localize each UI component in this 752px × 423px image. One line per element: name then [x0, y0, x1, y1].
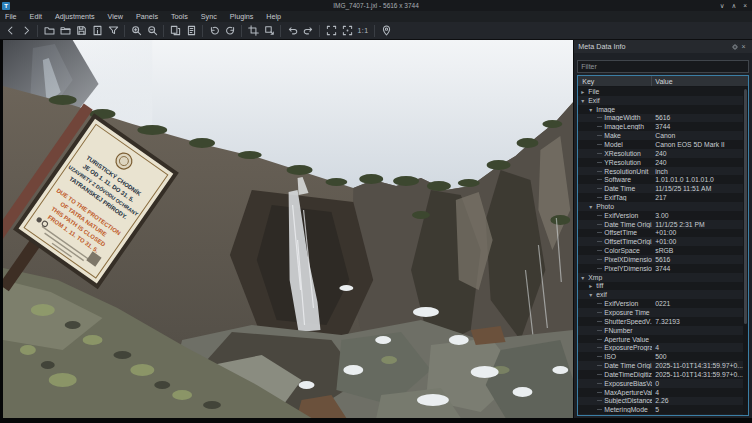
rotate-left-button[interactable]: [207, 24, 221, 38]
chevron-down-icon[interactable]: ▾: [589, 106, 596, 113]
menu-item-help[interactable]: Help: [266, 12, 281, 21]
resize-button[interactable]: [262, 24, 276, 38]
chevron-down-icon[interactable]: ▾: [581, 97, 588, 104]
table-row[interactable]: ImageWidth5616: [578, 114, 743, 123]
branch-line: [597, 232, 602, 233]
table-row[interactable]: Date Time Origi...11/1/25 2:31 PM: [578, 220, 743, 229]
branch-line: [597, 356, 602, 357]
menu-item-tools[interactable]: Tools: [171, 12, 188, 21]
menu-item-adjustments[interactable]: Adjustments: [55, 12, 95, 21]
meta-key: YResolution: [604, 159, 641, 166]
copy-button[interactable]: [168, 24, 182, 38]
table-row[interactable]: ▸tiff: [578, 282, 743, 291]
table-row[interactable]: ExposureProgram4: [578, 343, 743, 352]
meta-value: 2.26: [652, 397, 743, 404]
branch-line: [597, 241, 602, 242]
table-row[interactable]: ImageLength3744: [578, 122, 743, 131]
chevron-down-icon[interactable]: ▾: [589, 203, 596, 210]
next-image-button[interactable]: [19, 24, 33, 38]
panel-title-bar[interactable]: Meta Data Info ×: [574, 40, 752, 53]
table-row[interactable]: ExifVersion3.00: [578, 211, 743, 220]
table-row[interactable]: Date Time Origi...2025-11-01T14:31:59.97…: [578, 361, 743, 370]
table-row[interactable]: PixelYDimension3744: [578, 264, 743, 273]
value-column-header[interactable]: Value: [652, 76, 748, 86]
rotate-right-button[interactable]: [223, 24, 237, 38]
menu-item-plugins[interactable]: Plugins: [230, 12, 254, 21]
table-row[interactable]: XResolution240: [578, 149, 743, 158]
menu-item-view[interactable]: View: [108, 12, 123, 21]
crop-button[interactable]: [246, 24, 260, 38]
table-row[interactable]: ShutterSpeedV...7.32193: [578, 317, 743, 326]
table-row[interactable]: SubjectDistance2.26: [578, 397, 743, 406]
maximize-button[interactable]: ∧: [731, 0, 736, 11]
table-row[interactable]: YResolution240: [578, 158, 743, 167]
chevron-right-icon[interactable]: ▸: [581, 88, 588, 95]
open-folder-button[interactable]: [58, 24, 72, 38]
table-row[interactable]: FlashNo Flash: [578, 414, 743, 415]
filter-button[interactable]: [106, 24, 120, 38]
image-canvas[interactable]: TURISTICKÝ CHODNÍK JE OD 1. 11. DO 31. 5…: [0, 40, 573, 418]
duplicate-file-icon: [186, 25, 197, 36]
table-row[interactable]: ExifVersion0221: [578, 299, 743, 308]
table-row[interactable]: MeteringMode5: [578, 405, 743, 414]
table-row[interactable]: ▸File: [578, 87, 743, 96]
save-button[interactable]: [74, 24, 88, 38]
scrollbar-thumb[interactable]: [744, 89, 747, 324]
branch-line: [597, 303, 602, 304]
table-row[interactable]: OffsetTime+01:00: [578, 229, 743, 238]
open-file-button[interactable]: [42, 24, 56, 38]
redo-button[interactable]: [301, 24, 315, 38]
fullscreen-button[interactable]: [324, 24, 338, 38]
table-row[interactable]: PixelXDimension5616: [578, 255, 743, 264]
fit-to-window-button[interactable]: [340, 24, 354, 38]
table-row[interactable]: Date Time11/15/25 11:51 AM: [578, 184, 743, 193]
table-row[interactable]: MaxApertureVal...4: [578, 388, 743, 397]
zoom-out-icon: [147, 25, 158, 36]
meta-key: ColorSpace: [604, 247, 640, 254]
chevron-right-icon[interactable]: ▸: [589, 282, 596, 289]
panel-close-button[interactable]: ×: [739, 42, 748, 51]
meta-value: 5616: [652, 256, 743, 263]
table-row[interactable]: DateTimeDigitiz...2025-11-01T14:31:59.97…: [578, 370, 743, 379]
table-row[interactable]: ▾exif: [578, 290, 743, 299]
table-row[interactable]: Aperture Value: [578, 335, 743, 344]
duplicate-button[interactable]: [184, 24, 198, 38]
meta-key: Exif: [588, 97, 599, 104]
table-row[interactable]: Software1.01.01.0 1.01.01.0: [578, 175, 743, 184]
table-row[interactable]: ▾Xmp: [578, 273, 743, 282]
actual-size-button[interactable]: 1:1: [356, 24, 370, 38]
table-row[interactable]: ModelCanon EOS 5D Mark II: [578, 140, 743, 149]
scrollbar[interactable]: [743, 88, 748, 415]
close-button[interactable]: ×: [743, 0, 747, 11]
file-info-button[interactable]: [90, 24, 104, 38]
menu-item-file[interactable]: File: [5, 12, 17, 21]
meta-key: exif: [596, 291, 607, 298]
copy-icon: [170, 25, 181, 36]
table-row[interactable]: OffsetTimeOrigi...+01:00: [578, 237, 743, 246]
table-row[interactable]: ISO500: [578, 352, 743, 361]
panel-settings-button[interactable]: [730, 42, 739, 51]
geolocation-button[interactable]: [379, 24, 393, 38]
chevron-down-icon[interactable]: ▾: [581, 274, 588, 281]
table-row[interactable]: ResolutionUnitinch: [578, 167, 743, 176]
menu-item-edit[interactable]: Edit: [30, 12, 42, 21]
table-row[interactable]: ColorSpacesRGB: [578, 246, 743, 255]
zoom-out-button[interactable]: [145, 24, 159, 38]
table-row[interactable]: Exposure Time: [578, 308, 743, 317]
table-row[interactable]: ▾Exif: [578, 96, 743, 105]
filter-input[interactable]: [577, 60, 749, 73]
table-row[interactable]: MakeCanon: [578, 131, 743, 140]
table-row[interactable]: ExifTag217: [578, 193, 743, 202]
minimize-button[interactable]: ∨: [720, 0, 725, 11]
table-row[interactable]: ▾Photo: [578, 202, 743, 211]
zoom-in-button[interactable]: [129, 24, 143, 38]
menu-item-panels[interactable]: Panels: [136, 12, 158, 21]
table-row[interactable]: ▾Image: [578, 105, 743, 114]
table-row[interactable]: ExposureBiasVa...0: [578, 379, 743, 388]
previous-image-button[interactable]: [3, 24, 17, 38]
undo-button[interactable]: [285, 24, 299, 38]
menu-item-sync[interactable]: Sync: [201, 12, 217, 21]
key-column-header[interactable]: Key: [578, 76, 652, 86]
table-row[interactable]: FNumber: [578, 326, 743, 335]
chevron-down-icon[interactable]: ▾: [589, 291, 596, 298]
